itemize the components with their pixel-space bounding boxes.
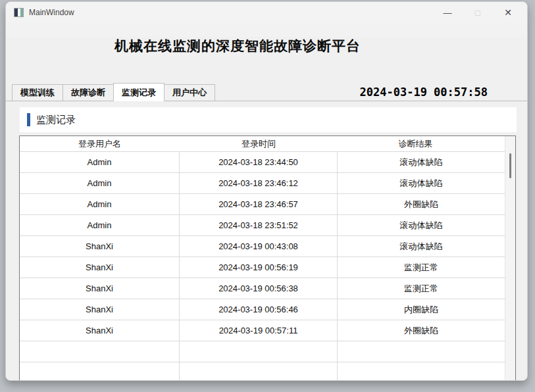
column-header[interactable]: 登录用户名 xyxy=(20,136,180,151)
table-row: ShanXi2024-03-19 00:56:38监测正常 xyxy=(20,278,505,299)
table-body: Admin2024-03-18 23:44:50滚动体缺陷Admin2024-0… xyxy=(20,151,505,381)
table-cell[interactable]: ShanXi xyxy=(20,320,180,341)
table-cell[interactable]: 2024-03-18 23:46:57 xyxy=(180,194,338,214)
table-cell[interactable]: 滚动体缺陷 xyxy=(338,152,505,172)
table-cell[interactable]: ShanXi xyxy=(20,299,180,320)
table-cell[interactable]: Admin xyxy=(20,215,180,235)
table-row: ShanXi2024-03-19 00:56:19监测正常 xyxy=(20,257,505,278)
table-cell[interactable] xyxy=(20,362,180,381)
table-cell[interactable]: 2024-03-19 00:43:08 xyxy=(180,236,338,257)
tab-pane: 监测记录 登录用户名登录时间诊断结果 Admin2024-03-18 23:44… xyxy=(6,101,527,381)
vertical-scrollbar[interactable] xyxy=(505,136,515,381)
table-cell[interactable]: 滚动体缺陷 xyxy=(338,173,505,193)
table-cell[interactable]: 2024-03-18 23:44:50 xyxy=(180,152,338,172)
section-accent-bar xyxy=(27,113,30,126)
table-cell[interactable]: 滚动体缺陷 xyxy=(338,236,505,257)
table-row xyxy=(20,362,505,381)
table-cell[interactable]: 2024-03-19 00:57:11 xyxy=(180,320,338,341)
main-window: MainWindow — □ ✕ 机械在线监测的深度智能故障诊断平台 模型训练 … xyxy=(5,1,528,381)
table-cell[interactable] xyxy=(180,362,338,381)
table-cell[interactable]: 2024-03-19 00:56:38 xyxy=(180,278,338,299)
table-cell[interactable]: 2024-03-19 00:56:19 xyxy=(180,257,338,278)
table-cell[interactable]: 2024-03-18 23:51:52 xyxy=(180,215,338,235)
table-row: ShanXi2024-03-19 00:56:46内圈缺陷 xyxy=(20,299,505,320)
table-row: Admin2024-03-18 23:44:50滚动体缺陷 xyxy=(20,151,505,172)
app-window-icon xyxy=(14,8,24,17)
close-button[interactable]: ✕ xyxy=(493,2,523,23)
section-header: 监测记录 xyxy=(20,107,517,132)
tab-model-training[interactable]: 模型训练 xyxy=(12,84,63,101)
titlebar: MainWindow — □ ✕ xyxy=(6,2,527,23)
table-row: ShanXi2024-03-19 00:57:11外圈缺陷 xyxy=(20,320,505,341)
records-table: 登录用户名登录时间诊断结果 Admin2024-03-18 23:44:50滚动… xyxy=(19,135,516,381)
section-title: 监测记录 xyxy=(36,114,76,126)
table-row: Admin2024-03-18 23:51:52滚动体缺陷 xyxy=(20,214,505,235)
table-cell[interactable]: 监测正常 xyxy=(338,257,505,278)
table-header-row: 登录用户名登录时间诊断结果 xyxy=(20,136,515,151)
table-cell[interactable]: 2024-03-18 23:46:12 xyxy=(180,173,338,193)
table-row: Admin2024-03-18 23:46:57外圈缺陷 xyxy=(20,193,505,214)
table-cell[interactable] xyxy=(20,341,180,362)
table-row xyxy=(20,341,505,362)
window-controls: — □ ✕ xyxy=(432,2,523,23)
table-row: ShanXi2024-03-19 00:43:08滚动体缺陷 xyxy=(20,235,505,257)
column-header[interactable]: 登录时间 xyxy=(180,136,338,151)
maximize-button[interactable]: □ xyxy=(463,2,493,23)
table-cell[interactable]: 滚动体缺陷 xyxy=(338,215,505,235)
table-cell[interactable]: ShanXi xyxy=(20,236,180,257)
tab-monitoring-records[interactable]: 监测记录 xyxy=(113,83,165,101)
table-cell[interactable] xyxy=(338,362,505,381)
clock-display: 2024-03-19 00:57:58 xyxy=(360,86,488,99)
tab-bar: 模型训练 故障诊断 监测记录 用户中心 2024-03-19 00:57:58 xyxy=(6,83,527,101)
table-cell[interactable]: 外圈缺陷 xyxy=(338,194,505,214)
table-cell[interactable]: 监测正常 xyxy=(338,278,505,299)
scrollbar-thumb[interactable] xyxy=(509,153,511,178)
table-cell[interactable]: 2024-03-19 00:56:46 xyxy=(180,299,338,320)
table-cell[interactable]: Admin xyxy=(20,152,180,172)
table-cell[interactable]: 外圈缺陷 xyxy=(338,320,505,341)
table-cell[interactable] xyxy=(180,341,338,362)
window-title: MainWindow xyxy=(29,8,74,17)
tab-user-center[interactable]: 用户中心 xyxy=(164,84,215,101)
tab-fault-diagnosis[interactable]: 故障诊断 xyxy=(63,84,114,101)
client-area: 机械在线监测的深度智能故障诊断平台 模型训练 故障诊断 监测记录 用户中心 20… xyxy=(6,37,527,381)
table-cell[interactable]: 内圈缺陷 xyxy=(338,299,505,320)
table-cell[interactable] xyxy=(338,341,505,362)
table-cell[interactable]: ShanXi xyxy=(20,278,180,299)
table-cell[interactable]: Admin xyxy=(20,173,180,193)
page-title: 机械在线监测的深度智能故障诊断平台 xyxy=(6,37,527,55)
column-header[interactable]: 诊断结果 xyxy=(338,136,494,151)
minimize-button[interactable]: — xyxy=(432,2,463,23)
table-cell[interactable]: ShanXi xyxy=(20,257,180,278)
table-cell[interactable]: Admin xyxy=(20,194,180,214)
table-row: Admin2024-03-18 23:46:12滚动体缺陷 xyxy=(20,172,505,193)
